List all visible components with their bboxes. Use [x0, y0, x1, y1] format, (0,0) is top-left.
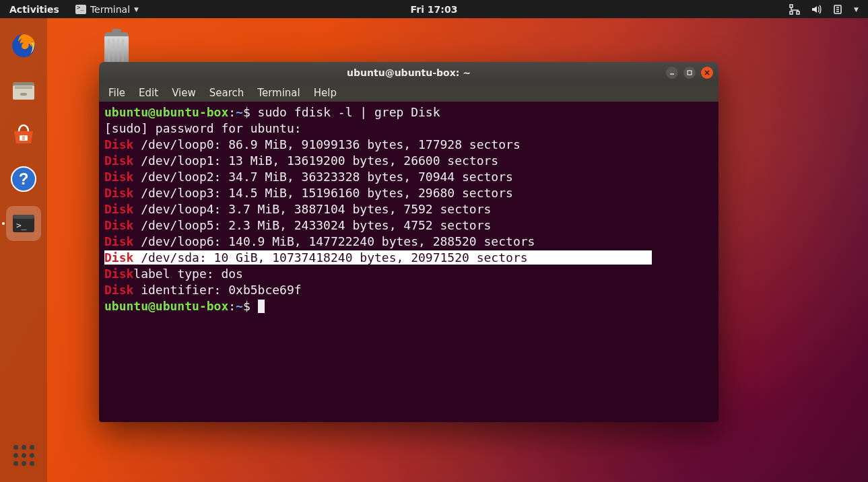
close-icon [704, 69, 710, 76]
terminal-window: ubuntu@ubuntu-box: ~ File Edit View Sear… [99, 62, 719, 422]
dock: ? >_ [0, 18, 47, 482]
dock-files[interactable] [6, 73, 41, 108]
maximize-button[interactable] [683, 67, 696, 79]
dock-firefox[interactable] [6, 28, 41, 63]
app-menu-label: Terminal [90, 4, 130, 15]
clock[interactable]: Fri 17:03 [411, 4, 458, 15]
activities-button[interactable]: Activities [0, 4, 69, 15]
svg-text:>_: >_ [16, 220, 27, 230]
chevron-down-icon[interactable]: ▼ [854, 6, 859, 13]
maximize-icon [686, 69, 693, 76]
menu-view[interactable]: View [172, 87, 196, 99]
svg-rect-8 [20, 93, 27, 96]
show-applications[interactable] [6, 438, 41, 473]
terminal-icon [75, 5, 86, 14]
apps-grid-icon [13, 445, 34, 466]
menu-search[interactable]: Search [209, 87, 244, 99]
volume-icon[interactable] [811, 4, 822, 15]
network-icon[interactable] [789, 4, 800, 15]
dock-terminal[interactable]: >_ [6, 206, 41, 241]
svg-rect-2 [797, 11, 799, 14]
titlebar[interactable]: ubuntu@ubuntu-box: ~ [99, 62, 719, 83]
svg-rect-0 [790, 5, 793, 7]
svg-rect-7 [15, 86, 32, 89]
minimize-icon [669, 69, 675, 76]
desktop-trash[interactable] [101, 32, 132, 66]
svg-rect-17 [688, 71, 692, 75]
terminal-content[interactable]: ubuntu@ubuntu-box:~$ sudo fdisk -l | gre… [99, 102, 719, 422]
trash-icon [104, 32, 129, 66]
minimize-button[interactable] [666, 67, 678, 79]
menubar: File Edit View Search Terminal Help [99, 83, 719, 102]
menu-help[interactable]: Help [314, 87, 337, 99]
menu-file[interactable]: File [108, 87, 125, 99]
menu-terminal[interactable]: Terminal [257, 87, 300, 99]
dock-software[interactable] [6, 117, 41, 152]
close-button[interactable] [701, 67, 713, 79]
app-menu[interactable]: Terminal ▼ [69, 4, 145, 15]
svg-rect-14 [13, 215, 34, 219]
window-title: ubuntu@ubuntu-box: ~ [347, 67, 471, 78]
dock-help[interactable]: ? [6, 162, 41, 197]
top-panel: Activities Terminal ▼ Fri 17:03 ▼ [0, 0, 868, 18]
menu-edit[interactable]: Edit [139, 87, 158, 99]
power-icon[interactable] [832, 4, 843, 15]
system-tray[interactable]: ▼ [789, 4, 868, 15]
svg-rect-1 [790, 11, 793, 14]
svg-text:?: ? [19, 170, 29, 188]
chevron-down-icon: ▼ [134, 6, 139, 13]
